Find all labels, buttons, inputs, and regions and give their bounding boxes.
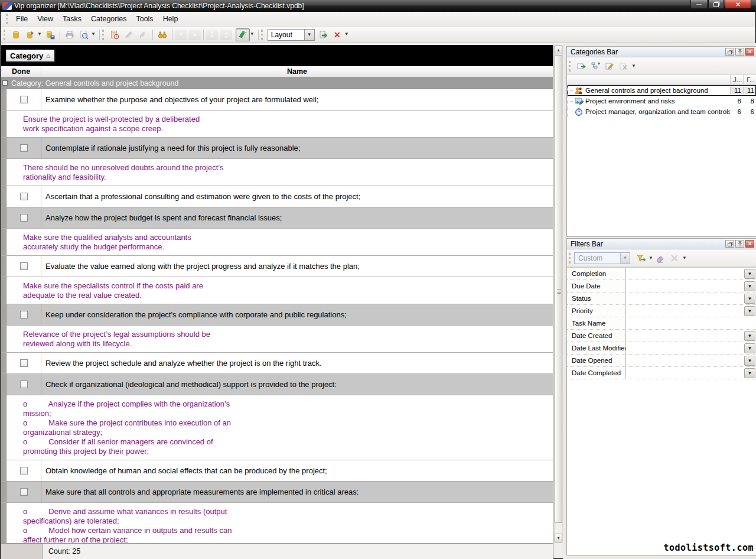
- filter-preset-combobox[interactable]: Custom ▼: [574, 252, 630, 264]
- task-checkbox[interactable]: [20, 381, 28, 388]
- delete-layout-button[interactable]: ✕: [330, 28, 344, 41]
- vertical-scrollbar[interactable]: ▲ ▼: [554, 45, 563, 543]
- panel-pin-button[interactable]: [735, 240, 744, 248]
- filter-dropdown-button[interactable]: ▼: [744, 331, 755, 341]
- filter-dropdown-button[interactable]: ▼: [744, 356, 755, 366]
- filter-value-cell[interactable]: [626, 317, 744, 329]
- filter-value-cell[interactable]: [626, 305, 744, 317]
- note-row[interactable]: Make sure the specialists control if the…: [1, 277, 553, 304]
- delete-category-button[interactable]: [617, 60, 631, 73]
- column-header-name[interactable]: Name: [41, 66, 553, 77]
- category-item[interactable]: General controls and project background …: [567, 85, 756, 96]
- task-row[interactable]: Check if organizational (ideological and…: [1, 374, 553, 395]
- task-row[interactable]: Analyze how the project budget is spent …: [1, 207, 553, 229]
- task-checkbox[interactable]: [20, 214, 28, 222]
- panel-pin-button[interactable]: [735, 48, 744, 56]
- task-checkbox[interactable]: [20, 488, 28, 496]
- complete-task-button[interactable]: [136, 28, 150, 41]
- collapse-icon[interactable]: −: [2, 80, 8, 86]
- task-checkbox[interactable]: [20, 359, 28, 367]
- category-group-row[interactable]: − Category: General controls and project…: [1, 77, 553, 89]
- delete-filter-button[interactable]: [667, 252, 682, 265]
- note-row[interactable]: There should be no unresolved doubts aro…: [1, 159, 553, 186]
- print-preview-dropdown[interactable]: ▼: [91, 30, 96, 38]
- filter-dropdown-button[interactable]: ▼: [744, 294, 755, 304]
- categories-col2-header[interactable]: Г...: [743, 75, 756, 84]
- filter-value-cell[interactable]: [626, 330, 744, 342]
- task-row[interactable]: Evaluate the value earned along with the…: [1, 256, 553, 277]
- task-row[interactable]: Review the project schedule and analyze …: [1, 353, 553, 374]
- filter-dropdown-button[interactable]: ▼: [744, 281, 755, 291]
- layout-view-button[interactable]: [236, 28, 250, 41]
- clear-filter-button[interactable]: [653, 252, 667, 265]
- task-row[interactable]: Keep under consideration the project's c…: [1, 304, 553, 326]
- open-database-dropdown[interactable]: ▼: [37, 30, 42, 38]
- note-row[interactable]: Relevance of the project’s legal assumpt…: [1, 326, 553, 353]
- move-top-button[interactable]: ▲▲: [220, 30, 232, 40]
- note-row[interactable]: Make sure the qualified analysts and acc…: [1, 229, 553, 256]
- print-preview-button[interactable]: [77, 28, 91, 41]
- apply-filter-dropdown[interactable]: ▼: [649, 255, 653, 261]
- apply-filter-button[interactable]: [634, 252, 648, 265]
- edit-category-button[interactable]: [602, 60, 617, 73]
- task-row[interactable]: Ascertain that a professional consulting…: [1, 186, 553, 207]
- edit-task-button[interactable]: [122, 28, 136, 41]
- category-item[interactable]: Project environment and risks 8 8: [567, 96, 756, 106]
- group-by-category-button[interactable]: Category △: [6, 50, 54, 61]
- apply-layout-button[interactable]: [316, 28, 330, 41]
- panel-close-button[interactable]: ✕: [745, 240, 754, 248]
- move-bottom-button[interactable]: ▼▼: [206, 30, 218, 40]
- task-row[interactable]: Make sure that all controls and appropri…: [1, 482, 553, 503]
- categories-col1-header[interactable]: J...: [730, 75, 743, 84]
- layout-view-dropdown[interactable]: ▼: [250, 30, 255, 38]
- category-item[interactable]: Project manager, organization and team c…: [567, 106, 756, 117]
- filter-value-cell[interactable]: [626, 342, 744, 354]
- add-subcategory-button[interactable]: [588, 60, 602, 73]
- filter-preset-dropdown[interactable]: ▼: [620, 253, 630, 264]
- save-database-button[interactable]: [43, 28, 57, 41]
- column-header-done[interactable]: Done: [1, 66, 41, 77]
- new-task-button[interactable]: [107, 28, 122, 41]
- new-database-button[interactable]: [9, 28, 23, 41]
- note-row[interactable]: o Derive and assume what variances in re…: [1, 503, 553, 543]
- filter-value-cell[interactable]: [626, 355, 744, 366]
- menu-file[interactable]: File: [11, 13, 32, 25]
- scrollbar-thumb[interactable]: [555, 55, 562, 523]
- minimize-button[interactable]: —: [690, 0, 708, 9]
- move-up-button[interactable]: ▲: [189, 30, 201, 40]
- menu-tasks[interactable]: Tasks: [58, 13, 86, 25]
- panel-position-button[interactable]: [725, 48, 734, 56]
- categories-toolbar-dropdown[interactable]: ▼: [631, 63, 636, 69]
- panel-close-button[interactable]: ✕: [745, 48, 754, 56]
- scroll-down-button[interactable]: ▼: [555, 534, 562, 542]
- toolbar-overflow-dropdown[interactable]: ▼: [344, 30, 349, 38]
- scroll-up-button[interactable]: ▲: [555, 46, 562, 54]
- open-database-button[interactable]: [23, 28, 37, 41]
- panel-position-button[interactable]: [725, 240, 734, 248]
- add-category-button[interactable]: [574, 60, 588, 73]
- print-button[interactable]: [63, 28, 77, 41]
- task-checkbox[interactable]: [20, 144, 28, 152]
- layout-combobox[interactable]: Layout ▼: [268, 29, 315, 41]
- task-row[interactable]: Obtain knowledge of human and social eff…: [1, 460, 553, 482]
- menu-tools[interactable]: Tools: [131, 13, 158, 25]
- filter-value-cell[interactable]: [626, 292, 744, 304]
- filter-value-cell[interactable]: [626, 280, 744, 292]
- task-checkbox[interactable]: [20, 262, 28, 270]
- task-checkbox[interactable]: [20, 311, 28, 318]
- filter-dropdown-button[interactable]: ▼: [744, 269, 755, 279]
- filters-toolbar-dropdown[interactable]: ▼: [682, 255, 687, 261]
- task-checkbox[interactable]: [20, 96, 28, 103]
- filter-value-cell[interactable]: [626, 268, 744, 280]
- find-button[interactable]: [155, 28, 170, 41]
- menu-help[interactable]: Help: [158, 13, 183, 25]
- filter-value-cell[interactable]: [626, 367, 744, 379]
- task-checkbox[interactable]: [20, 467, 28, 474]
- close-button[interactable]: ✕: [725, 0, 751, 9]
- restore-button[interactable]: [708, 0, 724, 9]
- filter-dropdown-button[interactable]: ▼: [744, 306, 755, 316]
- task-row[interactable]: Contemplate if rationale justifying a ne…: [1, 138, 553, 159]
- menu-view[interactable]: View: [32, 13, 58, 25]
- note-row[interactable]: o Analyze if the project complies with t…: [1, 395, 553, 460]
- layout-combobox-dropdown[interactable]: ▼: [304, 30, 314, 40]
